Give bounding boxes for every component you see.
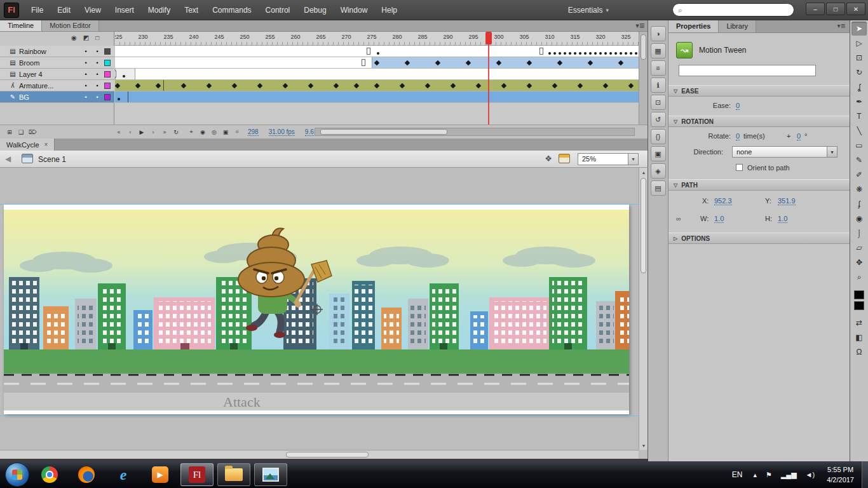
- selection-tool[interactable]: ➤: [851, 22, 867, 36]
- text-tool[interactable]: T: [851, 109, 867, 123]
- keyframe-dot[interactable]: [548, 52, 551, 55]
- new-layer-button[interactable]: ⊞: [4, 127, 15, 137]
- keyframe-diamond[interactable]: [181, 83, 186, 88]
- keyframe-dot[interactable]: [594, 52, 597, 55]
- brush-tool[interactable]: ✐: [851, 168, 867, 182]
- eyedropper-tool[interactable]: ⌡: [851, 226, 867, 240]
- track-rainbow[interactable]: [115, 46, 639, 57]
- stroke-color-swatch[interactable]: [854, 290, 864, 299]
- taskbar-explorer-button[interactable]: [217, 463, 250, 486]
- keyframe-diamond[interactable]: [400, 83, 405, 88]
- keyframe-diamond[interactable]: [476, 83, 481, 88]
- menu-control[interactable]: Control: [259, 0, 297, 20]
- scroll-down-arrow[interactable]: ▼: [639, 441, 648, 450]
- layer-show-dot[interactable]: •: [80, 60, 92, 66]
- keyframe-diamond[interactable]: [451, 83, 456, 88]
- close-icon[interactable]: ×: [44, 141, 48, 148]
- lock-aspect-icon[interactable]: ∞: [676, 215, 681, 222]
- tab-properties[interactable]: Properties: [668, 20, 719, 32]
- project-panel-button[interactable]: ▤: [651, 180, 666, 196]
- new-folder-button[interactable]: ❑: [16, 127, 26, 137]
- color-panel-button[interactable]: ◑: [651, 26, 666, 41]
- eraser-tool[interactable]: ▱: [851, 241, 867, 255]
- taskbar-flash-button[interactable]: Fl: [180, 463, 214, 486]
- menu-modify[interactable]: Modify: [141, 0, 177, 20]
- menu-edit[interactable]: Edit: [50, 0, 78, 20]
- keyframe-diamond[interactable]: [501, 83, 506, 88]
- language-indicator[interactable]: EN: [726, 470, 749, 479]
- swatches-panel-button[interactable]: ▦: [651, 43, 666, 58]
- keyframe-diamond[interactable]: [308, 83, 313, 88]
- clock[interactable]: 5:55 PM 4/2/2017: [819, 464, 862, 485]
- keyframe-diamond[interactable]: [135, 83, 140, 88]
- back-arrow-icon[interactable]: ◀: [5, 154, 11, 163]
- taskbar-ie-icon[interactable]: e: [107, 463, 140, 486]
- info-panel-button[interactable]: ℹ: [651, 78, 666, 93]
- lasso-tool[interactable]: ʆ: [851, 80, 867, 94]
- edit-symbols-button[interactable]: ❖: [545, 154, 552, 163]
- panel-menu-icon[interactable]: ▾≣: [635, 22, 645, 30]
- align-panel-button[interactable]: ≡: [651, 60, 666, 76]
- keyframe-dot[interactable]: [614, 52, 617, 55]
- scrollbar-thumb[interactable]: [641, 178, 646, 273]
- layer-outline-swatch[interactable]: [104, 71, 111, 78]
- keyframe-diamond[interactable]: [374, 83, 379, 88]
- keyframe-dot[interactable]: [599, 52, 602, 55]
- keyframe-dot[interactable]: [564, 52, 566, 55]
- keyframe-diamond[interactable]: [257, 83, 262, 88]
- menu-window[interactable]: Window: [334, 0, 375, 20]
- snap-to-objects-button[interactable]: Ω: [851, 345, 867, 359]
- layer-row-layer-4[interactable]: ▤Layer 4••: [0, 69, 114, 80]
- playhead-handle[interactable]: [485, 32, 492, 44]
- chevron-down-icon[interactable]: ▾: [628, 154, 638, 165]
- timeline-horizontal-scrollbar[interactable]: [315, 128, 635, 136]
- track-armature[interactable]: [115, 80, 639, 92]
- go-to-last-frame-button[interactable]: »: [159, 127, 170, 137]
- layer-show-dot[interactable]: •: [80, 94, 92, 100]
- hand-tool[interactable]: ✥: [851, 255, 867, 269]
- section-header-path[interactable]: ▽ PATH: [668, 179, 850, 191]
- delete-layer-button[interactable]: ⌦: [27, 127, 37, 137]
- menu-file[interactable]: File: [24, 0, 50, 20]
- frame-rate-value[interactable]: 31.00 fps: [269, 128, 295, 136]
- keyframe-dot[interactable]: [559, 52, 561, 55]
- direction-dropdown[interactable]: none ▾: [732, 146, 837, 158]
- volume-icon[interactable]: ◄): [801, 471, 820, 478]
- swap-colors-button[interactable]: ⇄: [851, 316, 867, 330]
- menu-help[interactable]: Help: [374, 0, 404, 20]
- layer-row-bg[interactable]: ✎BG••: [0, 92, 114, 103]
- hidden-icons-button[interactable]: ▴: [749, 471, 761, 479]
- keyframe-dot[interactable]: [620, 52, 622, 55]
- layer-show-dot[interactable]: •: [80, 71, 92, 78]
- stage-vertical-scrollbar[interactable]: ▲ ▼: [639, 168, 648, 450]
- y-value[interactable]: 351.9: [778, 197, 796, 205]
- rectangle-tool[interactable]: ▭: [851, 139, 867, 152]
- onion-skin-outlines-button[interactable]: ◎: [209, 127, 219, 137]
- layer-lock-dot[interactable]: •: [92, 83, 103, 89]
- keyframe-diamond[interactable]: [232, 83, 237, 88]
- section-header-ease[interactable]: ▽ EASE: [668, 85, 850, 97]
- tab-library[interactable]: Library: [719, 20, 756, 32]
- layer-row-armature[interactable]: ʎArmature...••: [0, 80, 114, 92]
- center-frame-button[interactable]: ⌖: [186, 127, 196, 137]
- keyframe-diamond[interactable]: [527, 83, 532, 88]
- keyframe-diamond[interactable]: [425, 83, 430, 88]
- tween-span[interactable]: [115, 69, 135, 79]
- layer-show-dot[interactable]: •: [80, 83, 92, 89]
- black-white-colors-button[interactable]: ◧: [851, 330, 867, 344]
- timeline-vertical-scrollbar[interactable]: [639, 32, 648, 125]
- minimize-button[interactable]: –: [806, 3, 825, 15]
- keyframe-diamond[interactable]: [207, 83, 212, 88]
- line-tool[interactable]: ╲: [851, 124, 867, 138]
- keyframe-dot[interactable]: [569, 52, 571, 55]
- layer-outline-swatch[interactable]: [104, 60, 111, 66]
- stage-canvas[interactable]: Attack: [4, 205, 629, 414]
- menu-insert[interactable]: Insert: [108, 0, 141, 20]
- stage-horizontal-scrollbar[interactable]: [0, 450, 639, 459]
- search-input[interactable]: [686, 6, 789, 14]
- scene-name[interactable]: Scene 1: [38, 155, 66, 164]
- keyframe-dot[interactable]: [589, 52, 592, 55]
- keyframe-dot[interactable]: [574, 52, 576, 55]
- workspace-switcher[interactable]: Essentials ▾: [563, 0, 614, 20]
- step-forward-button[interactable]: ›: [148, 127, 158, 137]
